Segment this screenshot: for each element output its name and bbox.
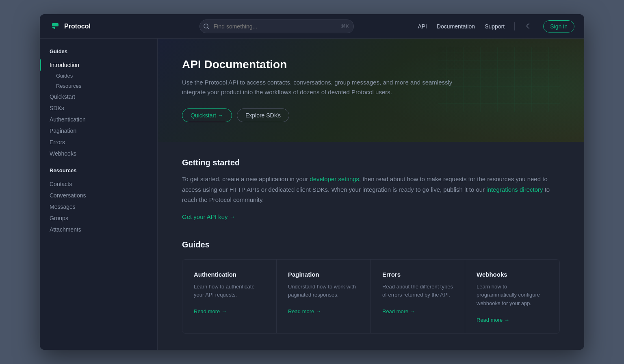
sign-in-button[interactable]: Sign in	[543, 20, 574, 32]
guide-auth-title: Authentication	[194, 271, 265, 278]
developer-settings-link[interactable]: developer settings	[310, 176, 359, 182]
guide-webhooks-read-more[interactable]: Read more →	[477, 317, 509, 323]
nav-api[interactable]: API	[418, 23, 427, 30]
sidebar-item-authentication[interactable]: Authentication	[40, 114, 157, 125]
sidebar-subitem-resources[interactable]: Resources	[40, 81, 157, 91]
sidebar-item-attachments[interactable]: Attachments	[40, 224, 157, 235]
app-window: Protocol ⌘K API Documentation Support ☾ …	[40, 14, 584, 350]
sidebar-item-pagination[interactable]: Pagination	[40, 125, 157, 136]
guide-errors-title: Errors	[382, 271, 453, 278]
hero-bg-pattern	[438, 47, 560, 112]
sidebar-item-conversations[interactable]: Conversations	[40, 190, 157, 201]
body-layout: Guides Introduction Guides Resources Qui…	[40, 39, 584, 350]
search-bar: ⌘K	[199, 20, 354, 33]
sidebar-item-contacts[interactable]: Contacts	[40, 178, 157, 190]
sidebar-item-webhooks[interactable]: Webhooks	[40, 148, 157, 159]
resources-section-title: Resources	[40, 167, 157, 173]
nav-divider	[514, 22, 515, 30]
guide-pagination-read-more[interactable]: Read more →	[288, 308, 321, 314]
content-area: Getting started To get started, create a…	[158, 142, 584, 350]
sidebar: Guides Introduction Guides Resources Qui…	[40, 39, 158, 350]
search-shortcut: ⌘K	[341, 24, 349, 29]
sidebar-item-messages[interactable]: Messages	[40, 201, 157, 212]
sidebar-item-sdks[interactable]: SDKs	[40, 102, 157, 114]
getting-started-title: Getting started	[182, 158, 560, 167]
theme-toggle-button[interactable]: ☾	[524, 21, 533, 32]
getting-started-text-part1: To get started, create a new application…	[182, 176, 310, 182]
logo-area: Protocol	[50, 21, 167, 32]
guide-card-webhooks: Webhooks Learn how to programmatically c…	[465, 260, 559, 333]
sidebar-subitem-guides[interactable]: Guides	[40, 71, 157, 81]
guide-webhooks-desc: Learn how to programmatically configure …	[477, 283, 548, 308]
guide-errors-desc: Read about the different types of errors…	[382, 283, 453, 300]
guides-section: Guides Authentication Learn how to authe…	[182, 240, 560, 334]
search-input[interactable]	[199, 20, 354, 33]
guide-auth-read-more[interactable]: Read more →	[194, 308, 227, 314]
nav-support[interactable]: Support	[485, 23, 505, 30]
guide-card-authentication: Authentication Learn how to authenticate…	[182, 260, 277, 333]
nav-links: API Documentation Support ☾ Sign in	[418, 20, 574, 32]
guide-auth-desc: Learn how to authenticate your API reque…	[194, 283, 265, 300]
guide-errors-read-more[interactable]: Read more →	[382, 308, 415, 314]
sidebar-item-introduction[interactable]: Introduction	[40, 59, 157, 71]
main-content: API Documentation Use the Protocol API t…	[158, 39, 584, 350]
getting-started-text: To get started, create a new application…	[182, 174, 560, 205]
guide-webhooks-title: Webhooks	[477, 271, 548, 278]
sidebar-item-quickstart[interactable]: Quickstart	[40, 91, 157, 102]
guide-card-pagination: Pagination Understand how to work with p…	[277, 260, 371, 333]
integrations-directory-link[interactable]: integrations directory	[486, 186, 543, 193]
sidebar-item-groups[interactable]: Groups	[40, 212, 157, 224]
search-wrapper: ⌘K	[199, 20, 354, 33]
guides-title: Guides	[182, 240, 560, 249]
search-icon	[204, 24, 209, 29]
quickstart-button[interactable]: Quickstart →	[182, 108, 232, 122]
guide-pagination-desc: Understand how to work with paginated re…	[288, 283, 359, 300]
hero-section: API Documentation Use the Protocol API t…	[158, 39, 584, 142]
guide-card-errors: Errors Read about the different types of…	[371, 260, 465, 333]
explore-sdks-button[interactable]: Explore SDKs	[237, 108, 289, 122]
sidebar-item-errors[interactable]: Errors	[40, 136, 157, 148]
nav-documentation[interactable]: Documentation	[437, 23, 475, 30]
logo-icon	[50, 21, 61, 32]
hero-description: Use the Protocol API to access contacts,…	[182, 78, 474, 97]
header: Protocol ⌘K API Documentation Support ☾ …	[40, 14, 584, 39]
guide-pagination-title: Pagination	[288, 271, 359, 278]
guides-section-title: Guides	[40, 48, 157, 54]
get-api-key-link[interactable]: Get your API key →	[182, 213, 236, 220]
logo-text: Protocol	[64, 23, 91, 30]
guides-grid: Authentication Learn how to authenticate…	[182, 259, 560, 334]
